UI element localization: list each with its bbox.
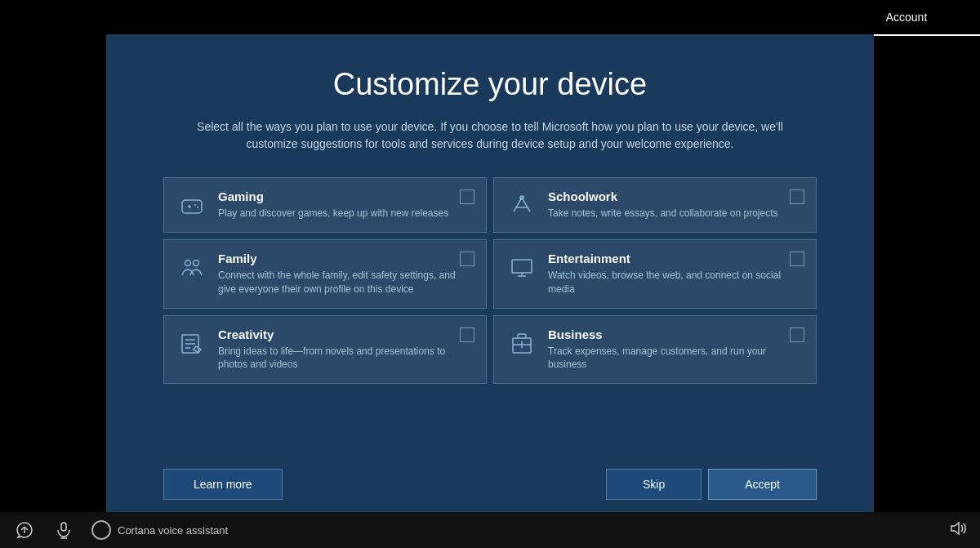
footer-right-buttons: Skip Accept — [606, 469, 817, 500]
learn-more-button[interactable]: Learn more — [163, 469, 283, 500]
svg-marker-25 — [951, 523, 959, 534]
card-creativity-checkbox[interactable] — [460, 327, 474, 342]
card-schoolwork-checkbox[interactable] — [790, 189, 804, 204]
family-icon — [177, 253, 207, 283]
skip-button[interactable]: Skip — [606, 469, 702, 500]
account-tab[interactable]: Account — [833, 0, 980, 36]
top-bar: Account — [0, 0, 980, 36]
card-entertainment-checkbox[interactable] — [790, 252, 804, 266]
card-creativity-title: Creativity — [218, 327, 473, 341]
card-business-desc: Track expenses, manage customers, and ru… — [548, 345, 803, 372]
cortana-label: Cortana voice assistant — [118, 524, 228, 537]
taskbar-search[interactable]: Cortana voice assistant — [91, 520, 228, 540]
card-business-title: Business — [548, 327, 803, 341]
card-gaming-title: Gaming — [218, 189, 473, 203]
card-creativity[interactable]: Creativity Bring ideas to life—from nove… — [163, 315, 487, 385]
dialog-title: Customize your device — [333, 67, 647, 102]
accept-button[interactable]: Accept — [708, 469, 817, 500]
card-family-desc: Connect with the whole family, edit safe… — [218, 269, 473, 296]
card-schoolwork-title: Schoolwork — [548, 189, 803, 203]
dialog-footer: Learn more Skip Accept — [163, 452, 817, 500]
card-entertainment-text: Entertainment Watch videos, browse the w… — [548, 252, 803, 296]
card-business-text: Business Track expenses, manage customer… — [548, 327, 803, 372]
card-schoolwork-desc: Take notes, write essays, and collaborat… — [548, 207, 803, 221]
account-tab-label: Account — [886, 11, 928, 24]
customize-dialog: Customize your device Select all the way… — [106, 34, 874, 524]
cortana-circle — [91, 520, 111, 540]
card-entertainment[interactable]: Entertainment Watch videos, browse the w… — [493, 239, 817, 309]
card-family-checkbox[interactable] — [460, 252, 474, 266]
card-gaming-desc: Play and discover games, keep up with ne… — [218, 207, 473, 221]
svg-point-8 — [194, 261, 199, 266]
dialog-subtitle: Select all the ways you plan to use your… — [196, 118, 784, 153]
card-schoolwork[interactable]: Schoolwork Take notes, write essays, and… — [493, 177, 817, 233]
card-family-text: Family Connect with the whole family, ed… — [218, 252, 473, 296]
schoolwork-icon — [507, 191, 537, 221]
card-schoolwork-text: Schoolwork Take notes, write essays, and… — [548, 189, 803, 221]
svg-rect-22 — [61, 523, 66, 531]
svg-point-3 — [194, 204, 196, 206]
svg-point-7 — [185, 261, 191, 266]
card-business-checkbox[interactable] — [790, 327, 804, 342]
business-icon — [507, 329, 537, 359]
cards-grid: Gaming Play and discover games, keep up … — [163, 177, 817, 384]
creativity-icon — [177, 329, 207, 359]
card-family-title: Family — [218, 252, 473, 265]
taskbar-mic-icon[interactable] — [52, 519, 75, 541]
card-entertainment-title: Entertainment — [548, 252, 803, 265]
svg-rect-0 — [182, 200, 202, 213]
card-gaming-checkbox[interactable] — [460, 189, 474, 204]
card-creativity-desc: Bring ideas to life—from novels and pres… — [218, 345, 473, 372]
card-creativity-text: Creativity Bring ideas to life—from nove… — [218, 327, 473, 372]
svg-rect-9 — [512, 260, 532, 273]
card-entertainment-desc: Watch videos, browse the web, and connec… — [548, 269, 803, 296]
taskbar-volume-icon[interactable] — [949, 519, 967, 541]
svg-point-4 — [197, 207, 198, 208]
card-gaming[interactable]: Gaming Play and discover games, keep up … — [163, 177, 487, 233]
entertainment-icon — [507, 253, 537, 283]
card-business[interactable]: Business Track expenses, manage customer… — [493, 315, 817, 385]
gaming-icon — [177, 191, 207, 221]
taskbar: Cortana voice assistant — [0, 512, 980, 548]
card-gaming-text: Gaming Play and discover games, keep up … — [218, 189, 473, 221]
card-family[interactable]: Family Connect with the whole family, ed… — [163, 239, 487, 309]
taskbar-feedback-icon[interactable] — [13, 519, 36, 541]
